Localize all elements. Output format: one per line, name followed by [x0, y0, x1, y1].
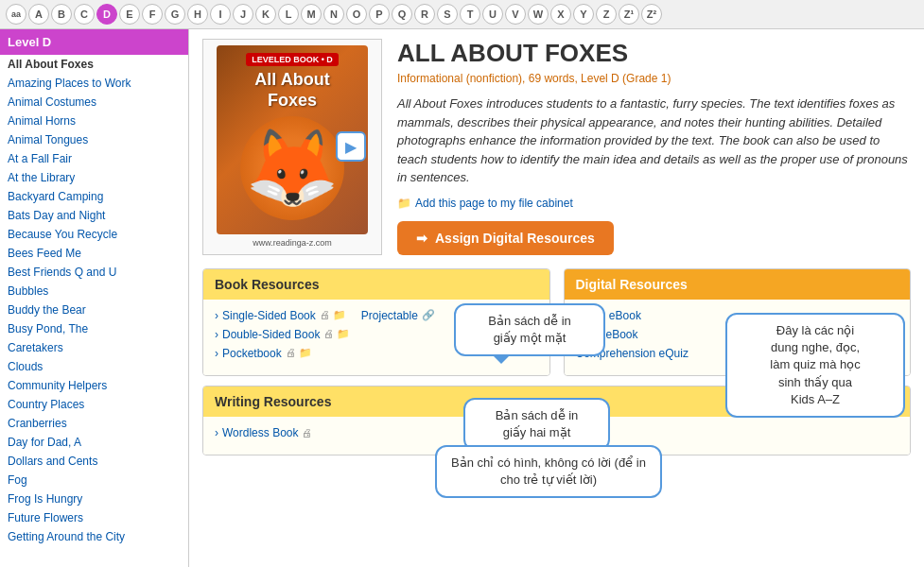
comprehension-equiz-text[interactable]: Comprehension eQuiz — [576, 347, 689, 360]
cover-url: www.readinga-z.com — [253, 238, 332, 248]
book-resources-body: › Single-Sided Book 🖨 📁 Projectable 🔗 › … — [203, 300, 549, 375]
alpha-btn-h[interactable]: H — [187, 4, 208, 25]
double-sided-icons: 🖨 📁 — [323, 328, 350, 340]
digital-resources-body: Listen eBook Read eBook Comprehension eQ… — [565, 300, 911, 375]
sidebar-item[interactable]: Getting Around the City — [0, 527, 188, 546]
alpha-btn-aa[interactable]: aa — [6, 4, 26, 25]
alpha-btn-i[interactable]: I — [210, 4, 231, 25]
alpha-btn-j[interactable]: J — [233, 4, 253, 25]
sidebar-item[interactable]: Clouds — [0, 357, 188, 376]
alpha-btn-z[interactable]: Z¹ — [619, 4, 639, 25]
sidebar-item[interactable]: Bats Day and Night — [0, 206, 188, 225]
sidebar: Level D All About FoxesAmazing Places to… — [0, 29, 189, 567]
sidebar-item[interactable]: Day for Dad, A — [0, 433, 188, 452]
double-sided-link-text[interactable]: Double-Sided Book — [222, 328, 320, 341]
sidebar-item[interactable]: Animal Tongues — [0, 130, 188, 149]
alpha-btn-v[interactable]: V — [505, 4, 526, 25]
alpha-btn-y[interactable]: Y — [573, 4, 594, 25]
single-sided-link-text[interactable]: Single-Sided Book — [222, 309, 316, 322]
alpha-btn-q[interactable]: Q — [392, 4, 412, 25]
alpha-btn-z[interactable]: Z — [596, 4, 617, 25]
alpha-btn-m[interactable]: M — [301, 4, 322, 25]
listen-ebook-link[interactable]: Listen eBook — [576, 309, 899, 322]
sidebar-item[interactable]: Dollars and Cents — [0, 452, 188, 471]
alpha-btn-b[interactable]: B — [51, 4, 72, 25]
read-ebook-text[interactable]: Read eBook — [576, 328, 638, 341]
book-title: ALL ABOUT FOXES — [397, 39, 911, 68]
alpha-btn-c[interactable]: C — [74, 4, 95, 25]
single-sided-icons: 🖨 📁 — [320, 309, 346, 321]
sidebar-item[interactable]: At the Library — [0, 168, 188, 187]
sidebar-item[interactable]: Bees Feed Me — [0, 244, 188, 263]
alpha-btn-l[interactable]: L — [278, 4, 299, 25]
wordless-icons: 🖨 — [302, 427, 312, 438]
comprehension-equiz-link[interactable]: Comprehension eQuiz — [576, 347, 899, 360]
sidebar-item[interactable]: Because You Recycle — [0, 225, 188, 244]
alpha-btn-k[interactable]: K — [255, 4, 276, 25]
alpha-btn-f[interactable]: F — [142, 4, 163, 25]
sidebar-item[interactable]: Backyard Camping — [0, 187, 188, 206]
add-cabinet-label: Add this page to my file cabinet — [415, 197, 573, 210]
assign-digital-resources-button[interactable]: ➡ Assign Digital Resources — [397, 221, 614, 255]
assign-icon: ➡ — [416, 231, 427, 246]
sidebar-item[interactable]: Community Helpers — [0, 376, 188, 395]
alpha-btn-x[interactable]: X — [550, 4, 571, 25]
single-sided-book-link[interactable]: › Single-Sided Book 🖨 📁 Projectable 🔗 — [215, 309, 538, 322]
sidebar-item[interactable]: Best Friends Q and U — [0, 263, 188, 282]
alphabet-bar: aaABCDEFGHIJKLMNOPQRSTUVWXYZZ¹Z² — [0, 0, 924, 29]
sidebar-item[interactable]: Fog — [0, 471, 188, 490]
listen-ebook-text[interactable]: Listen eBook — [576, 309, 641, 322]
read-ebook-link[interactable]: Read eBook — [576, 328, 899, 341]
sidebar-item[interactable]: Cranberries — [0, 414, 188, 433]
writing-resources-header: Writing Resources — [203, 387, 910, 417]
wordless-book-link[interactable]: › Wordless Book 🖨 — [215, 426, 898, 439]
book-resources-header: Book Resources — [203, 269, 549, 300]
sidebar-item[interactable]: Caretakers — [0, 338, 188, 357]
digital-resources-box: Digital Resources Listen eBook Read eBoo… — [564, 268, 912, 376]
digital-resources-header: Digital Resources — [565, 269, 911, 300]
add-to-cabinet-link[interactable]: 📁 Add this page to my file cabinet — [397, 197, 911, 210]
alpha-btn-d[interactable]: D — [96, 4, 117, 25]
sidebar-item[interactable]: Frog Is Hungry — [0, 490, 188, 508]
sidebar-item[interactable]: Future Flowers — [0, 508, 188, 527]
alpha-btn-w[interactable]: W — [528, 4, 549, 25]
sidebar-item[interactable]: Bubbles — [0, 282, 188, 301]
cover-title: All AboutFoxes — [254, 70, 329, 111]
cabinet-icon: 📁 — [397, 197, 411, 210]
sidebar-item[interactable]: Amazing Places to Work — [0, 74, 188, 93]
arrow-icon: › — [215, 309, 218, 322]
play-button[interactable]: ▶ — [336, 131, 366, 162]
sidebar-item[interactable]: All About Foxes — [0, 55, 188, 74]
alpha-btn-a[interactable]: A — [28, 4, 49, 25]
book-desc-italic: All About Foxes — [397, 96, 483, 111]
alpha-btn-e[interactable]: E — [119, 4, 140, 25]
arrow-icon3: › — [215, 347, 218, 360]
alpha-btn-z[interactable]: Z² — [641, 4, 662, 25]
projectable-link-text[interactable]: Projectable — [361, 309, 418, 322]
sidebar-item[interactable]: Busy Pond, The — [0, 319, 188, 338]
projectable-icons: 🔗 — [422, 309, 435, 321]
alpha-btn-t[interactable]: T — [460, 4, 480, 25]
sidebar-item[interactable]: Animal Horns — [0, 112, 188, 130]
bubble4-text: Bản chỉ có hình, không có lời (để incho … — [451, 455, 646, 487]
pocketbook-link-text[interactable]: Pocketbook — [222, 347, 282, 360]
alpha-btn-o[interactable]: O — [346, 4, 367, 25]
sidebar-item[interactable]: Animal Costumes — [0, 93, 188, 112]
alpha-btn-g[interactable]: G — [165, 4, 185, 25]
alpha-btn-u[interactable]: U — [482, 4, 503, 25]
wordless-book-text[interactable]: Wordless Book — [222, 426, 298, 439]
double-sided-book-link[interactable]: › Double-Sided Book 🖨 📁 — [215, 328, 538, 341]
sidebar-item[interactable]: At a Fall Fair — [0, 149, 188, 168]
alpha-btn-s[interactable]: S — [437, 4, 458, 25]
cover-fox-image — [240, 116, 344, 220]
alpha-btn-n[interactable]: N — [323, 4, 344, 25]
sidebar-item[interactable]: Country Places — [0, 395, 188, 414]
writing-resources-body: › Wordless Book 🖨 — [203, 417, 910, 455]
cover-level-badge: LEVELED BOOK • D — [246, 53, 339, 66]
alpha-btn-r[interactable]: R — [414, 4, 435, 25]
book-description: All About Foxes introduces students to a… — [397, 94, 911, 187]
pocketbook-link[interactable]: › Pocketbook 🖨 📁 — [215, 347, 538, 360]
sidebar-item[interactable]: Buddy the Bear — [0, 301, 188, 319]
sidebar-level-header: Level D — [0, 29, 188, 55]
alpha-btn-p[interactable]: P — [369, 4, 390, 25]
